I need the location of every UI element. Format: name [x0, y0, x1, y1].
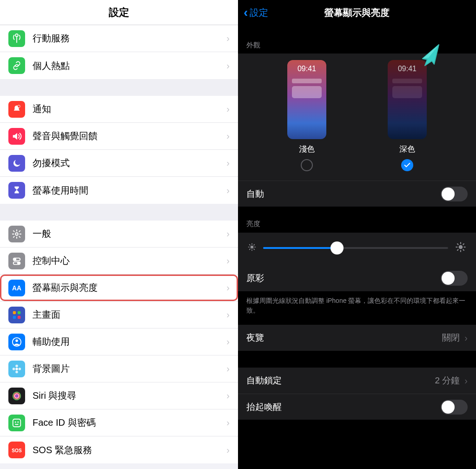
person-circle-icon: [8, 334, 25, 350]
hourglass-icon: [8, 182, 25, 199]
settings-row-label: Siri 與搜尋: [33, 389, 226, 402]
chevron-right-icon: ›: [226, 228, 230, 239]
chevron-right-icon: ›: [464, 333, 468, 343]
back-label: 設定: [250, 7, 268, 19]
night-shift-label: 夜覽: [246, 332, 264, 344]
moon-icon: [8, 155, 25, 172]
true-tone-row: 原彩: [238, 265, 476, 291]
chevron-right-icon: ›: [226, 33, 230, 44]
settings-row-faceid[interactable]: Face ID 與密碼›: [0, 409, 238, 436]
antenna-icon: [8, 30, 25, 47]
settings-row-cellular[interactable]: 行動服務›: [0, 25, 238, 52]
settings-row-label: 通知: [33, 103, 226, 115]
appearance-picker: 09:41 淺色 09:41 深色: [238, 54, 476, 181]
flower-icon: [8, 361, 25, 377]
raise-to-wake-label: 抬起喚醒: [246, 401, 282, 413]
auto-appearance-label: 自動: [246, 188, 264, 200]
speaker-icon: [8, 128, 25, 145]
settings-row-general[interactable]: 一般›: [0, 221, 238, 248]
settings-row-label: 螢幕使用時間: [33, 184, 226, 197]
sos-icon: [8, 442, 25, 458]
brightness-slider-knob[interactable]: [331, 241, 344, 255]
chevron-right-icon: ›: [226, 445, 230, 456]
settings-row-sos[interactable]: SOS 緊急服務›: [0, 436, 238, 463]
settings-row-label: 控制中心: [33, 255, 226, 267]
chevron-left-icon: ‹: [244, 5, 248, 20]
raise-to-wake-toggle[interactable]: [441, 400, 468, 415]
chevron-right-icon: ›: [226, 60, 230, 71]
raise-to-wake-row: 抬起喚醒: [238, 394, 476, 420]
gear-icon: [8, 226, 25, 242]
true-tone-label: 原彩: [246, 272, 264, 284]
settings-row-label: 螢幕顯示與亮度: [33, 281, 226, 294]
settings-row-accessibility[interactable]: 輔助使用›: [0, 328, 238, 355]
settings-row-label: 一般: [33, 228, 226, 240]
settings-row-label: 輔助使用: [33, 335, 226, 348]
settings-row-sounds[interactable]: 聲音與觸覺回饋›: [0, 123, 238, 150]
chevron-right-icon: ›: [226, 185, 230, 196]
chevron-right-icon: ›: [226, 417, 230, 428]
theme-dark-radio[interactable]: [401, 159, 413, 171]
true-tone-toggle[interactable]: [441, 271, 468, 286]
chevron-right-icon: ›: [226, 336, 230, 347]
preview-time: 09:41: [287, 65, 326, 73]
settings-row-label: 勿擾模式: [33, 157, 226, 169]
settings-row-display[interactable]: 螢幕顯示與亮度›: [0, 275, 238, 302]
settings-row-label: 背景圖片: [33, 362, 226, 375]
night-shift-value: 關閉: [442, 332, 460, 344]
settings-row-dnd[interactable]: 勿擾模式›: [0, 150, 238, 177]
brightness-slider[interactable]: [263, 241, 448, 255]
brightness-slider-row: [238, 232, 476, 265]
siri-icon: [8, 388, 25, 404]
true-tone-footnote: 根據周圍光線狀況自動調整 iPhone 螢幕，讓色彩在不同的環境下都看起來一致。: [238, 291, 476, 325]
settings-row-control-center[interactable]: 控制中心›: [0, 248, 238, 275]
detail-header: ‹ 設定 螢幕顯示與亮度: [238, 0, 476, 25]
settings-row-screentime[interactable]: 螢幕使用時間›: [0, 177, 238, 204]
night-shift-row[interactable]: 夜覽 關閉 ›: [238, 325, 476, 351]
auto-appearance-toggle[interactable]: [441, 187, 468, 201]
sun-max-icon: [455, 241, 467, 255]
settings-row-label: 聲音與觸覺回饋: [33, 130, 226, 142]
chevron-right-icon: ›: [226, 104, 230, 114]
settings-row-hotspot[interactable]: 個人熱點›: [0, 52, 238, 79]
settings-row-wallpaper[interactable]: 背景圖片›: [0, 355, 238, 382]
auto-lock-row[interactable]: 自動鎖定 2 分鐘 ›: [238, 368, 476, 394]
chevron-right-icon: ›: [226, 158, 230, 168]
settings-row-label: SOS 緊急服務: [33, 444, 226, 456]
aa-icon: [8, 280, 25, 296]
chevron-right-icon: ›: [226, 390, 230, 401]
theme-dark-preview: 09:41: [388, 60, 427, 139]
settings-row-label: 行動服務: [33, 32, 226, 45]
chevron-right-icon: ›: [226, 282, 230, 293]
brightness-section-label: 亮度: [238, 207, 476, 232]
settings-row-label: Face ID 與密碼: [33, 416, 226, 429]
settings-row-home[interactable]: 主畫面›: [0, 302, 238, 328]
auto-lock-value: 2 分鐘: [435, 375, 460, 387]
settings-row-label: 個人熱點: [33, 60, 226, 72]
settings-row-siri[interactable]: Siri 與搜尋›: [0, 382, 238, 409]
theme-light-radio[interactable]: [301, 159, 313, 171]
link-icon: [8, 57, 25, 74]
chevron-right-icon: ›: [226, 131, 230, 141]
switches-icon: [8, 253, 25, 269]
chevron-right-icon: ›: [226, 363, 230, 374]
sun-min-icon: [247, 242, 257, 254]
chevron-right-icon: ›: [226, 255, 230, 266]
auto-lock-label: 自動鎖定: [246, 375, 282, 387]
detail-title: 螢幕顯示與亮度: [238, 7, 476, 19]
auto-appearance-row: 自動: [238, 181, 476, 207]
settings-list-pane: 設定 行動服務›個人熱點›通知›聲音與觸覺回饋›勿擾模式›螢幕使用時間›一般›控…: [0, 0, 238, 469]
settings-row-notifications[interactable]: 通知›: [0, 96, 238, 123]
settings-row-label: 主畫面: [33, 308, 226, 321]
back-button[interactable]: ‹ 設定: [244, 5, 268, 20]
grid-icon: [8, 307, 25, 323]
settings-title: 設定: [0, 0, 238, 25]
check-icon: [403, 161, 411, 169]
theme-light-label: 淺色: [299, 144, 315, 154]
appearance-section-label: 外觀: [238, 25, 476, 54]
theme-light-option[interactable]: 09:41 淺色: [287, 60, 326, 171]
theme-light-preview: 09:41: [287, 60, 326, 139]
display-brightness-pane: ‹ 設定 螢幕顯示與亮度 外觀 09:41 淺色 09:41 深色 自動: [238, 0, 476, 469]
theme-dark-option[interactable]: 09:41 深色: [388, 60, 427, 171]
bell-badge-icon: [8, 101, 25, 118]
